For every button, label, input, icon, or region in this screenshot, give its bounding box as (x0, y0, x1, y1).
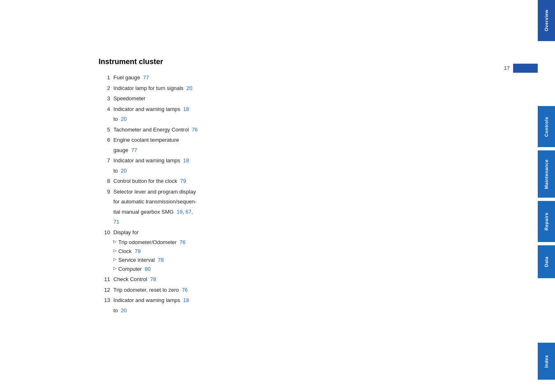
page-number: 17 (504, 65, 510, 71)
item-text: Speedometer (113, 95, 411, 103)
item-continuation: to 20 (99, 167, 411, 175)
item-link[interactable]: 18 (183, 106, 189, 112)
item-continuation: to 20 (99, 307, 411, 315)
sub-bullet: ▷ (113, 238, 117, 247)
item-text: Display for (113, 228, 411, 237)
sub-bullet: ▷ (113, 256, 117, 264)
sub-item-text: Clock 79 (118, 247, 140, 256)
list-item: 11 Check Control 78 (99, 275, 411, 284)
sub-bullet: ▷ (113, 247, 117, 256)
list-item: 10 Display for ▷ Trip odometer/Odometer … (99, 228, 411, 273)
item-link[interactable]: 20 (121, 116, 127, 122)
item-number: 1 (99, 74, 110, 82)
item-text: Fuel gauge 77 (113, 74, 411, 82)
list-item: 13 Indicator and warning lamps 18 to 20 (99, 296, 411, 314)
item-number: 8 (99, 177, 110, 185)
sidebar-tab-repairs[interactable]: Repairs (538, 201, 555, 242)
sidebar: Overview Controls Maintenance Repairs Da… (538, 0, 555, 392)
item-link[interactable]: 79 (135, 248, 140, 254)
item-row: 4 Indicator and warning lamps 18 (99, 105, 411, 113)
item-text: Tachometer and Energy Control 76 (113, 126, 411, 134)
item-text: Selector lever and program display (113, 188, 411, 196)
main-content: Instrument cluster 1 Fuel gauge 77 2 Ind… (99, 58, 411, 317)
item-text: Indicator and warning lamps 18 (113, 105, 411, 113)
item-number: 6 (99, 136, 110, 144)
item-link[interactable]: 76 (180, 239, 185, 245)
item-link[interactable]: 77 (143, 74, 149, 81)
item-continuation: for automatic transmission/sequen- (99, 198, 411, 206)
item-continuation: tial manual gearbox SMG 19, 67, (99, 208, 411, 216)
item-text: Engine coolant temperature (113, 136, 411, 144)
item-row: 13 Indicator and warning lamps 18 (99, 296, 411, 304)
item-continuation: 71 (99, 218, 411, 226)
item-number: 4 (99, 105, 110, 113)
page-title: Instrument cluster (99, 58, 411, 66)
item-link[interactable]: 19 (177, 209, 182, 215)
item-text: Indicator and warning lamps 18 (113, 157, 411, 165)
sub-item: ▷ Service interval 78 (99, 256, 411, 264)
sidebar-tab-overview[interactable]: Overview (538, 0, 555, 41)
sidebar-tab-data[interactable]: Data (538, 245, 555, 278)
list-item: 5 Tachometer and Energy Control 76 (99, 126, 411, 134)
list-item: 12 Trip odometer, reset to zero 76 (99, 286, 411, 294)
item-number: 12 (99, 286, 110, 294)
item-link[interactable]: 18 (183, 157, 189, 164)
item-number: 13 (99, 296, 110, 304)
item-link[interactable]: 79 (180, 178, 186, 184)
item-link[interactable]: 80 (145, 266, 150, 272)
sub-item-text: Trip odometer/Odometer 76 (118, 238, 186, 247)
item-row: 10 Display for (99, 228, 411, 237)
item-link[interactable]: 18 (183, 297, 189, 303)
sub-bullet: ▷ (113, 265, 117, 273)
item-number: 9 (99, 188, 110, 196)
sidebar-tab-overview-label: Overview (544, 10, 549, 32)
list-item: 4 Indicator and warning lamps 18 to 20 (99, 105, 411, 123)
item-text: Control button for the clock 79 (113, 177, 411, 185)
sub-item: ▷ Computer 80 (99, 265, 411, 273)
item-text: Trip odometer, reset to zero 76 (113, 286, 411, 294)
sidebar-tab-controls[interactable]: Controls (538, 106, 555, 147)
list-item: 2 Indicator lamp for turn signals 20 (99, 84, 411, 92)
list-item: 1 Fuel gauge 77 (99, 74, 411, 82)
page-number-bar (513, 64, 538, 73)
item-number: 5 (99, 126, 110, 134)
item-text: Indicator and warning lamps 18 (113, 296, 411, 304)
list-item: 3 Speedometer (99, 95, 411, 103)
item-link[interactable]: 78 (150, 276, 156, 282)
item-row: 7 Indicator and warning lamps 18 (99, 157, 411, 165)
sub-item: ▷ Clock 79 (99, 247, 411, 256)
item-link[interactable]: 20 (121, 168, 127, 174)
sub-item: ▷ Trip odometer/Odometer 76 (99, 238, 411, 247)
item-text: Check Control 78 (113, 275, 411, 284)
item-link[interactable]: 77 (131, 147, 137, 153)
list-item: 6 Engine coolant temperature gauge 77 (99, 136, 411, 154)
sidebar-tab-maintenance-label: Maintenance (544, 159, 549, 189)
sidebar-tab-index-label: Index (544, 355, 549, 367)
sidebar-tab-maintenance[interactable]: Maintenance (538, 150, 555, 198)
item-number: 2 (99, 84, 110, 92)
item-continuation: to 20 (99, 115, 411, 123)
list-item: 9 Selector lever and program display for… (99, 188, 411, 226)
item-row: 9 Selector lever and program display (99, 188, 411, 196)
item-link[interactable]: 20 (187, 85, 192, 91)
item-number: 3 (99, 95, 110, 103)
item-number: 7 (99, 157, 110, 165)
item-row: 6 Engine coolant temperature (99, 136, 411, 144)
sub-item-text: Computer 80 (118, 265, 151, 273)
page-container: 17 Instrument cluster 1 Fuel gauge 77 2 … (0, 0, 555, 392)
sub-item-text: Service interval 78 (118, 256, 164, 264)
sidebar-tab-controls-label: Controls (544, 116, 549, 136)
item-continuation: gauge 77 (99, 146, 411, 154)
item-link[interactable]: 78 (158, 257, 164, 263)
item-link[interactable]: 71 (113, 219, 119, 225)
item-link[interactable]: 76 (182, 287, 187, 293)
sidebar-tab-repairs-label: Repairs (544, 212, 549, 231)
item-link[interactable]: 20 (121, 307, 127, 314)
list-item: 7 Indicator and warning lamps 18 to 20 (99, 157, 411, 175)
item-link[interactable]: 67 (186, 209, 191, 215)
item-number: 11 (99, 275, 110, 284)
item-link[interactable]: 76 (192, 127, 198, 133)
sidebar-tab-index[interactable]: Index (538, 343, 555, 380)
item-number: 10 (99, 228, 110, 237)
item-text: Indicator lamp for turn signals 20 (113, 84, 411, 92)
